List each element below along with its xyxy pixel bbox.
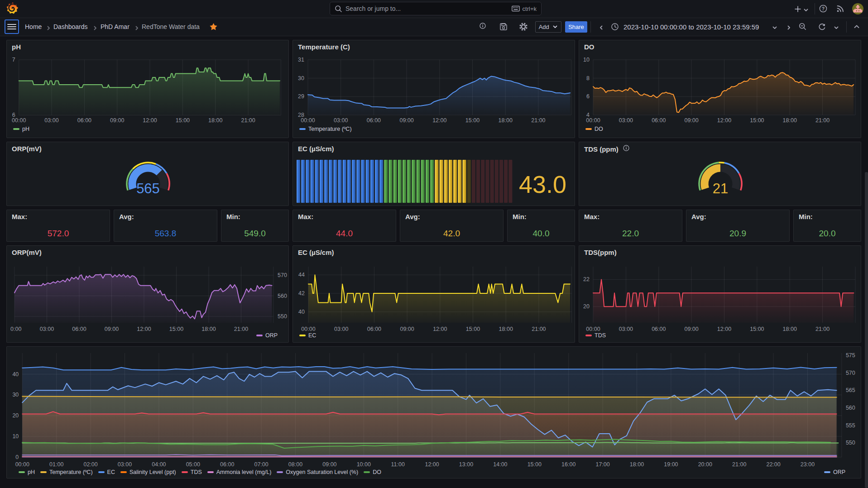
- svg-text:21:00: 21:00: [815, 117, 830, 124]
- svg-text:09:00: 09:00: [684, 117, 698, 124]
- svg-text:06:00: 06:00: [367, 117, 381, 124]
- svg-text:550: 550: [278, 313, 287, 320]
- svg-text:22: 22: [583, 276, 590, 282]
- svg-text:15:00: 15:00: [750, 117, 764, 124]
- svg-text:12:00: 12:00: [717, 117, 731, 124]
- svg-text:18:00: 18:00: [499, 326, 513, 332]
- svg-text:570: 570: [846, 370, 855, 376]
- svg-text:10: 10: [12, 433, 19, 440]
- svg-text:01:00: 01:00: [49, 461, 63, 468]
- svg-text:43.0: 43.0: [519, 171, 566, 198]
- svg-text:00:00: 00:00: [301, 117, 315, 124]
- svg-text:560: 560: [278, 293, 287, 299]
- svg-text:12:00: 12:00: [425, 461, 439, 468]
- svg-text:06:00: 06:00: [220, 461, 234, 468]
- svg-text:570: 570: [278, 272, 287, 278]
- svg-text:22:00: 22:00: [766, 461, 780, 468]
- svg-text:09:00: 09:00: [110, 117, 124, 124]
- svg-text:20:00: 20:00: [698, 461, 712, 468]
- svg-text:42: 42: [298, 290, 305, 297]
- svg-text:18:00: 18:00: [201, 326, 216, 332]
- svg-text:11:00: 11:00: [391, 461, 405, 468]
- svg-text:00:00: 00:00: [301, 326, 315, 332]
- svg-text:00:00: 00:00: [586, 117, 600, 124]
- svg-text:18:00: 18:00: [630, 461, 644, 468]
- svg-text:08:00: 08:00: [288, 461, 302, 468]
- svg-text:04:00: 04:00: [152, 461, 166, 468]
- svg-text:21:00: 21:00: [241, 117, 255, 124]
- svg-text:10: 10: [583, 57, 590, 63]
- svg-text:15:00: 15:00: [466, 326, 480, 332]
- svg-text:09:00: 09:00: [322, 461, 336, 468]
- svg-text:15:00: 15:00: [465, 117, 480, 124]
- svg-text:00:00: 00:00: [12, 117, 26, 124]
- svg-text:30: 30: [298, 75, 304, 81]
- svg-text:12:00: 12:00: [717, 326, 731, 332]
- svg-text:00:00: 00:00: [586, 326, 600, 332]
- svg-text:23:00: 23:00: [801, 461, 815, 468]
- svg-text:10:00: 10:00: [357, 461, 371, 468]
- svg-text:565: 565: [846, 387, 855, 393]
- svg-text:09:00: 09:00: [684, 326, 698, 332]
- svg-text:12:00: 12:00: [432, 117, 446, 124]
- svg-text:8: 8: [586, 75, 590, 81]
- svg-text:03:00: 03:00: [40, 326, 54, 332]
- svg-text:15:00: 15:00: [750, 326, 764, 332]
- svg-text:09:00: 09:00: [399, 117, 413, 124]
- svg-text:03:00: 03:00: [44, 117, 58, 124]
- svg-text:07:00: 07:00: [254, 461, 268, 468]
- svg-text:15:00: 15:00: [176, 117, 190, 124]
- svg-text:03:00: 03:00: [619, 326, 633, 332]
- svg-text:09:00: 09:00: [400, 326, 414, 332]
- svg-text:18:00: 18:00: [783, 326, 797, 332]
- svg-text:0:00: 0:00: [10, 326, 21, 332]
- svg-text:565: 565: [136, 181, 160, 196]
- svg-text:40: 40: [298, 309, 305, 315]
- svg-text:30: 30: [12, 392, 19, 398]
- svg-text:06:00: 06:00: [367, 326, 381, 332]
- svg-text:09:00: 09:00: [105, 326, 119, 332]
- svg-text:7: 7: [12, 57, 15, 63]
- svg-text:555: 555: [846, 422, 855, 429]
- svg-text:40: 40: [12, 371, 19, 378]
- svg-text:21:00: 21:00: [815, 326, 830, 332]
- svg-text:31: 31: [298, 57, 304, 63]
- svg-text:18:00: 18:00: [208, 117, 222, 124]
- svg-text:550: 550: [846, 440, 855, 446]
- svg-text:03:00: 03:00: [118, 461, 132, 468]
- svg-text:00:00: 00:00: [15, 461, 29, 468]
- svg-text:17:00: 17:00: [595, 461, 609, 468]
- svg-text:15:00: 15:00: [528, 461, 542, 468]
- svg-text:560: 560: [846, 405, 855, 411]
- svg-text:05:00: 05:00: [186, 461, 200, 468]
- svg-text:14:00: 14:00: [493, 461, 507, 468]
- svg-text:06:00: 06:00: [652, 117, 666, 124]
- svg-text:03:00: 03:00: [619, 117, 633, 124]
- svg-text:06:00: 06:00: [652, 326, 666, 332]
- svg-text:21:00: 21:00: [532, 326, 546, 332]
- svg-text:15:00: 15:00: [169, 326, 183, 332]
- svg-text:06:00: 06:00: [77, 117, 91, 124]
- svg-text:21:00: 21:00: [531, 117, 545, 124]
- svg-text:21:00: 21:00: [732, 461, 746, 468]
- svg-text:20: 20: [12, 412, 19, 419]
- svg-text:18:00: 18:00: [499, 117, 513, 124]
- svg-text:12:00: 12:00: [433, 326, 447, 332]
- svg-text:29: 29: [298, 93, 304, 100]
- svg-text:12:00: 12:00: [137, 326, 151, 332]
- svg-text:44: 44: [298, 272, 305, 278]
- svg-text:21: 21: [713, 181, 728, 196]
- svg-text:575: 575: [846, 352, 855, 359]
- svg-text:02:00: 02:00: [83, 461, 97, 468]
- svg-text:03:00: 03:00: [334, 117, 348, 124]
- svg-text:06:00: 06:00: [72, 326, 86, 332]
- svg-text:21:00: 21:00: [234, 326, 248, 332]
- svg-text:19:00: 19:00: [664, 461, 678, 468]
- svg-text:12:00: 12:00: [143, 117, 157, 124]
- svg-text:18:00: 18:00: [783, 117, 797, 124]
- svg-text:6: 6: [586, 93, 590, 100]
- svg-text:20: 20: [583, 303, 590, 310]
- svg-text:16:00: 16:00: [561, 461, 575, 468]
- svg-text:13:00: 13:00: [459, 461, 473, 468]
- svg-text:03:00: 03:00: [334, 326, 348, 332]
